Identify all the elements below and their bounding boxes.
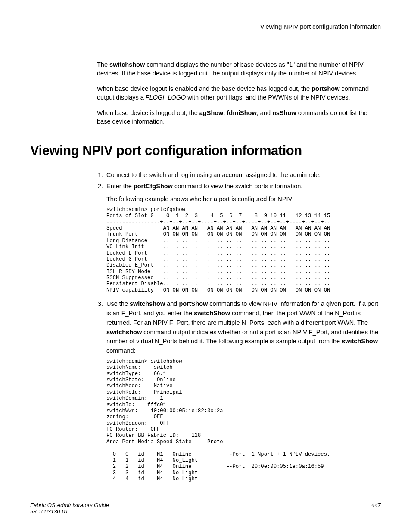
code-block-switchshow: switch:admin> switchshow switchName: swi… [106, 358, 381, 482]
intro-para-2: When base device logout is enabled and t… [97, 84, 381, 102]
intro-para-3: When base device is logged out, the agSh… [97, 109, 381, 126]
footer-doc-title: Fabric OS Administrators Guide [30, 502, 109, 508]
running-header: Viewing NPIV port configuration informat… [30, 23, 381, 30]
step-1: Connect to the switch and log in using a… [105, 171, 381, 180]
text: Enter the [106, 183, 134, 190]
text: command: [106, 347, 136, 354]
footer-page-number: 447 [371, 502, 381, 515]
footer-left: Fabric OS Administrators Guide 53-100313… [30, 502, 109, 515]
section-heading: Viewing NPIV port configuration informat… [30, 143, 381, 159]
cmd-switchshow: switchShow [342, 338, 378, 345]
step-2: Enter the portCfgShow command to view th… [105, 182, 381, 294]
cmd-portshow: portshow [311, 85, 339, 92]
cmd-switchshow: switchshow [109, 61, 145, 68]
cmd-portshow: portShow [179, 300, 208, 307]
flag-flogi-logo: FLOGI_LOGO [146, 94, 186, 101]
text: , and [257, 109, 272, 116]
step-3: Use the switchshow and portShow commands… [105, 299, 381, 482]
cmd-fdmishow: fdmiShow [227, 109, 256, 116]
cmd-switchshow: switchshow [106, 329, 142, 336]
text: command to view the switch ports informa… [173, 183, 302, 190]
page-footer: Fabric OS Administrators Guide 53-100313… [30, 502, 381, 515]
text: When base device logout is enabled and t… [97, 85, 311, 92]
text: with other port flags, and the PWWNs of … [186, 94, 350, 101]
cmd-nsshow: nsShow [272, 109, 296, 116]
steps-list: Connect to the switch and log in using a… [97, 171, 381, 482]
intro-para-1: The switchshow command displays the numb… [97, 60, 381, 78]
footer-doc-number: 53-1003130-01 [30, 508, 109, 515]
text: command output indicates whether or not … [106, 329, 378, 345]
text: When base device is logged out, the [97, 109, 199, 116]
step-2-followup: The following example shows whether a po… [106, 195, 381, 203]
code-block-portcfgshow: switch:admin> portcfgshow Ports of Slot … [106, 207, 381, 293]
cmd-switchshow: switchShow [194, 310, 230, 317]
text: Use the [106, 300, 130, 307]
cmd-portcfgshow: portCfgShow [134, 183, 173, 190]
cmd-switchshow: switchshow [130, 300, 165, 307]
cmd-agshow: agShow [199, 109, 224, 116]
text: and [165, 300, 179, 307]
text: The [97, 61, 109, 68]
